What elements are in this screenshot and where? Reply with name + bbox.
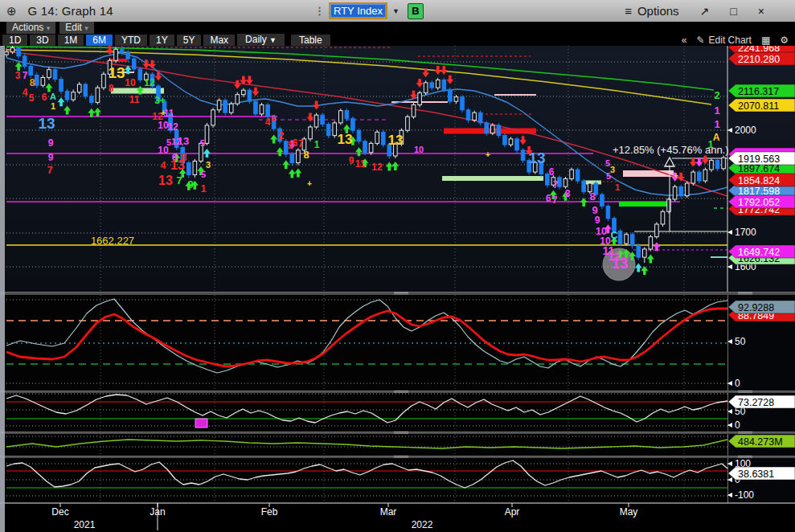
gear-icon[interactable]: ⚙ [780, 35, 789, 46]
candle-body[interactable] [333, 123, 337, 136]
candle-body[interactable] [449, 89, 453, 101]
candle-body[interactable] [254, 101, 258, 114]
candle-body[interactable] [637, 246, 641, 257]
candle-body[interactable] [193, 161, 197, 174]
candle-body[interactable] [600, 194, 604, 206]
candle-body[interactable] [655, 224, 659, 237]
candle-body[interactable] [381, 132, 385, 145]
candle-body[interactable] [442, 80, 446, 89]
candle-body[interactable] [326, 125, 330, 136]
range-tab-max[interactable]: Max [203, 35, 235, 46]
candle-body[interactable] [485, 123, 489, 133]
edit-chart-button[interactable]: ✎ Edit Chart [696, 35, 751, 46]
candle-body[interactable] [558, 178, 562, 186]
candle-body[interactable] [722, 158, 726, 169]
candle-body[interactable] [242, 90, 246, 95]
candle-body[interactable] [466, 110, 470, 121]
candle-body[interactable] [497, 125, 501, 136]
candle-body[interactable] [606, 206, 610, 218]
candle-body[interactable] [424, 83, 428, 93]
candle-body[interactable] [29, 66, 33, 75]
candle-body[interactable] [406, 117, 410, 130]
candle-body[interactable] [570, 170, 574, 178]
candle-body[interactable] [297, 150, 301, 163]
candle-body[interactable] [17, 48, 21, 56]
candle-body[interactable] [563, 179, 568, 187]
candle-body[interactable] [685, 183, 689, 196]
candle-body[interactable] [679, 186, 683, 195]
candle-body[interactable] [229, 104, 233, 113]
candle-body[interactable] [309, 127, 313, 139]
candle-body[interactable] [72, 92, 76, 100]
candle-body[interactable] [41, 77, 45, 85]
candle-body[interactable] [205, 125, 209, 143]
candle-body[interactable] [698, 172, 702, 181]
popout-icon[interactable]: ↗ [700, 5, 710, 18]
candle-body[interactable] [703, 170, 707, 181]
range-tab-1m[interactable]: 1M [58, 35, 84, 46]
candle-body[interactable] [691, 172, 695, 183]
candle-body[interactable] [582, 181, 586, 192]
candle-body[interactable] [710, 161, 714, 170]
candle-body[interactable] [478, 113, 482, 123]
candle-body[interactable] [351, 118, 355, 130]
chart-grid-icon[interactable]: ▦ [761, 35, 770, 46]
chart-canvas[interactable]: 1662.227+12.85% (+45.76% ann.)378456A113… [0, 0, 795, 532]
candle-body[interactable] [515, 139, 519, 150]
candle-body[interactable] [102, 74, 106, 88]
period-dropdown[interactable]: Daily ▼ [237, 34, 285, 46]
candle-body[interactable] [248, 90, 252, 101]
candle-body[interactable] [461, 97, 465, 110]
actions-menu[interactable]: Actions ▾ [6, 22, 55, 34]
candle-body[interactable] [217, 100, 221, 110]
maximize-icon[interactable]: □ [730, 5, 736, 18]
candle-body[interactable] [138, 69, 142, 80]
candle-body[interactable] [625, 235, 629, 243]
candle-body[interactable] [454, 97, 458, 102]
range-tab-6m[interactable]: 6M [86, 35, 113, 46]
candle-body[interactable] [643, 249, 647, 257]
candle-body[interactable] [576, 170, 580, 181]
candle-body[interactable] [436, 80, 440, 88]
candle-body[interactable] [649, 237, 653, 249]
candle-body[interactable] [35, 75, 39, 85]
candle-body[interactable] [321, 115, 325, 124]
candle-body[interactable] [412, 104, 416, 117]
candle-body[interactable] [120, 49, 124, 52]
candle-body[interactable] [618, 231, 622, 243]
candle-body[interactable] [509, 139, 513, 145]
candle-body[interactable] [10, 48, 14, 52]
candle-body[interactable] [126, 52, 130, 59]
candle-body[interactable] [661, 211, 665, 224]
candle-body[interactable] [290, 154, 294, 163]
close-icon[interactable]: × [758, 5, 764, 18]
b-button[interactable]: B [408, 3, 424, 19]
candle-body[interactable] [77, 84, 81, 92]
candle-body[interactable] [630, 235, 634, 246]
candle-body[interactable] [260, 104, 264, 113]
candle-body[interactable] [673, 186, 677, 199]
edit-menu[interactable]: Edit ▾ [59, 22, 94, 34]
move-crosshair-icon[interactable]: ⊕ [6, 4, 17, 18]
candle-body[interactable] [503, 136, 507, 145]
range-tab-1d[interactable]: 1D [2, 35, 27, 46]
range-tab-1y[interactable]: 1Y [150, 35, 174, 46]
candle-body[interactable] [363, 141, 367, 153]
security-input[interactable]: RTY Index [329, 2, 387, 19]
candle-body[interactable] [90, 96, 94, 103]
candle-body[interactable] [132, 59, 136, 69]
candle-body[interactable] [114, 49, 118, 60]
security-dropdown-icon[interactable]: ▼ [392, 7, 400, 15]
candle-body[interactable] [236, 95, 240, 104]
candle-body[interactable] [418, 93, 422, 105]
candle-body[interactable] [187, 163, 191, 175]
left-gutter[interactable] [0, 46, 5, 532]
range-tab-5y[interactable]: 5Y [177, 35, 202, 46]
candle-body[interactable] [715, 161, 719, 169]
candle-body[interactable] [84, 84, 88, 96]
candle-body[interactable] [473, 113, 477, 120]
collapse-chevrons-icon[interactable]: « [682, 35, 687, 46]
candle-body[interactable] [23, 56, 27, 67]
candle-body[interactable] [5, 52, 9, 55]
candle-body[interactable] [266, 104, 270, 117]
